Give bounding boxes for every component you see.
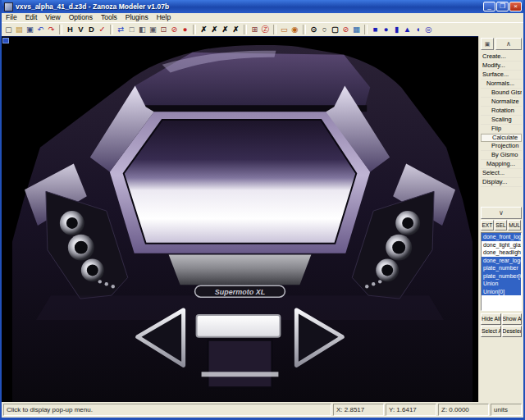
- primitive-cube-icon[interactable]: ■: [370, 24, 381, 35]
- status-bar: Click to display pop-up menu. X: 2.8517 …: [2, 402, 523, 418]
- z-depth-icon[interactable]: Ⓩ: [260, 24, 271, 35]
- rect-region-icon[interactable]: ▭: [279, 24, 290, 35]
- tab-ext[interactable]: EXT: [481, 220, 494, 231]
- list-item[interactable]: done_headlight_glass: [482, 249, 521, 257]
- menu-file[interactable]: File: [2, 13, 21, 22]
- viewport[interactable]: Supermoto XL: [2, 36, 478, 402]
- maximize-button[interactable]: ❐: [496, 2, 509, 11]
- list-item[interactable]: Union[0]: [482, 288, 521, 296]
- tab-mul[interactable]: MUL: [508, 220, 521, 231]
- car-model: Supermoto XL: [12, 45, 472, 402]
- toolbar-separator: [193, 25, 196, 34]
- select-all-button[interactable]: Select All: [481, 326, 501, 337]
- circle-region-icon[interactable]: ◉: [290, 24, 300, 35]
- faces-mode-icon[interactable]: ▣: [148, 24, 158, 35]
- app-window: vxvs_alpha_41_d.z3d - Zanoza Modeler v1.…: [0, 0, 525, 420]
- hide-all-button[interactable]: Hide All: [481, 313, 501, 325]
- list-item[interactable]: plate_number: [482, 264, 521, 272]
- select-area-icon[interactable]: ✗: [209, 24, 220, 35]
- list-item[interactable]: done_rear_logo: [482, 257, 521, 265]
- grid-settings-icon[interactable]: ⊞: [249, 24, 260, 35]
- menu-help[interactable]: Help: [153, 13, 175, 22]
- status-x-coordinate: X: 2.8517: [333, 404, 384, 416]
- close-button[interactable]: ×: [509, 2, 522, 11]
- view-v-icon[interactable]: V: [75, 24, 86, 35]
- redo-icon[interactable]: ↷: [46, 24, 57, 35]
- selection-tabs: EXT SEL MUL: [481, 220, 522, 231]
- primitive-torus-icon[interactable]: ◎: [423, 24, 434, 35]
- undo-icon[interactable]: ↶: [35, 24, 46, 35]
- status-y-coordinate: Y: 1.6417: [386, 404, 436, 416]
- object-list[interactable]: done_front_logo done_light_glass done_he…: [481, 232, 522, 311]
- lock-toggle-icon[interactable]: ⊘: [169, 24, 180, 35]
- list-item[interactable]: done_light_glass: [482, 241, 521, 249]
- sidebar-item-surface[interactable]: Surface...: [481, 71, 522, 80]
- menu-options[interactable]: Options: [65, 13, 97, 22]
- primitive-disc-icon[interactable]: ◖: [413, 24, 423, 35]
- sidebar-item-scaling[interactable]: Scaling: [481, 116, 522, 125]
- viewport-canvas[interactable]: Supermoto XL: [2, 37, 478, 402]
- zoom-tool-icon[interactable]: ⊙: [308, 24, 319, 35]
- title-bar[interactable]: vxvs_alpha_41_d.z3d - Zanoza Modeler v1.…: [2, 0, 523, 13]
- save-file-icon[interactable]: ▣: [25, 24, 35, 35]
- show-all-button[interactable]: Show All: [502, 313, 523, 325]
- view-h-icon[interactable]: H: [65, 24, 75, 35]
- primitive-cone-icon[interactable]: ▲: [402, 24, 413, 35]
- sidebar-item-flip[interactable]: Flip: [481, 125, 522, 134]
- sidebar-item-display[interactable]: Display...: [481, 178, 522, 187]
- render-view-icon[interactable]: ▦: [351, 24, 362, 35]
- frame-view-icon[interactable]: ▢: [330, 24, 340, 35]
- scroll-down-button[interactable]: ∨: [481, 207, 522, 219]
- toolbar-separator: [110, 25, 113, 34]
- bumper-lip: [202, 372, 279, 377]
- menu-tools[interactable]: Tools: [97, 13, 121, 22]
- minimize-button[interactable]: _: [483, 2, 495, 11]
- list-item[interactable]: done_front_logo: [482, 233, 521, 241]
- sidebar-item-rotation[interactable]: Rotation: [481, 107, 522, 116]
- primitive-sphere-icon[interactable]: ●: [381, 24, 391, 35]
- toolbar-separator: [244, 25, 247, 34]
- snap-toggle-icon[interactable]: ✓: [97, 24, 107, 35]
- app-icon: [4, 2, 13, 11]
- toolbar-separator: [59, 25, 62, 34]
- mirror-flip-icon[interactable]: ⇄: [116, 24, 126, 35]
- hide-view-icon[interactable]: ⊘: [340, 24, 351, 35]
- menu-plugins[interactable]: Plugins: [121, 13, 153, 22]
- material-editor-icon[interactable]: ●: [180, 24, 190, 35]
- toolbar-separator: [303, 25, 306, 34]
- menu-edit[interactable]: Edit: [21, 13, 42, 22]
- sidebar-item-mapping[interactable]: Mapping...: [481, 160, 522, 169]
- vertices-mode-icon[interactable]: □: [126, 24, 137, 35]
- select-single-icon[interactable]: ✗: [199, 24, 209, 35]
- edges-mode-icon[interactable]: ◧: [137, 24, 148, 35]
- select-connected-icon[interactable]: ✗: [220, 24, 231, 35]
- plate-holder: [208, 340, 272, 387]
- view-d-icon[interactable]: D: [86, 24, 97, 35]
- sidebar-item-calculate[interactable]: Calculate: [481, 134, 522, 142]
- sidebar-item-normals[interactable]: Normals...: [481, 80, 522, 89]
- open-folder-icon[interactable]: ▤: [14, 24, 25, 35]
- sidebar-item-normalize[interactable]: Normalize: [481, 98, 522, 107]
- objects-mode-icon[interactable]: ⊡: [158, 24, 169, 35]
- sidebar-item-modify[interactable]: Modify...: [481, 62, 522, 71]
- status-message: Click to display pop-up menu.: [3, 404, 331, 416]
- primitive-cylinder-icon[interactable]: ▮: [391, 24, 402, 35]
- sidebar-item-bound-gismo[interactable]: Bound Gismo: [481, 89, 522, 98]
- panel-icon-button[interactable]: ▣: [481, 38, 494, 50]
- list-item[interactable]: plate_number[0]: [482, 272, 521, 281]
- new-file-icon[interactable]: ▢: [3, 24, 14, 35]
- status-z-coordinate: Z: 0.0000: [438, 404, 489, 416]
- list-item[interactable]: Union: [482, 280, 521, 288]
- sidebar-item-select[interactable]: Select...: [481, 169, 522, 178]
- pan-tool-icon[interactable]: ○: [319, 24, 330, 35]
- sidebar-item-by-gismo[interactable]: By Gismo: [481, 151, 522, 160]
- tab-sel[interactable]: SEL: [495, 220, 508, 231]
- sidebar-item-create[interactable]: Create...: [481, 52, 522, 62]
- scroll-up-button[interactable]: ∧: [495, 38, 522, 50]
- deselect-button[interactable]: Deselect: [502, 326, 523, 337]
- sidebar-item-projection[interactable]: Projection: [481, 142, 522, 151]
- menu-view[interactable]: View: [41, 13, 64, 22]
- select-by-material-icon[interactable]: ✗: [231, 24, 241, 35]
- grille-badge: Supermoto XL: [195, 285, 285, 297]
- list-buttons: Hide All Show All Select All Deselect: [481, 313, 522, 337]
